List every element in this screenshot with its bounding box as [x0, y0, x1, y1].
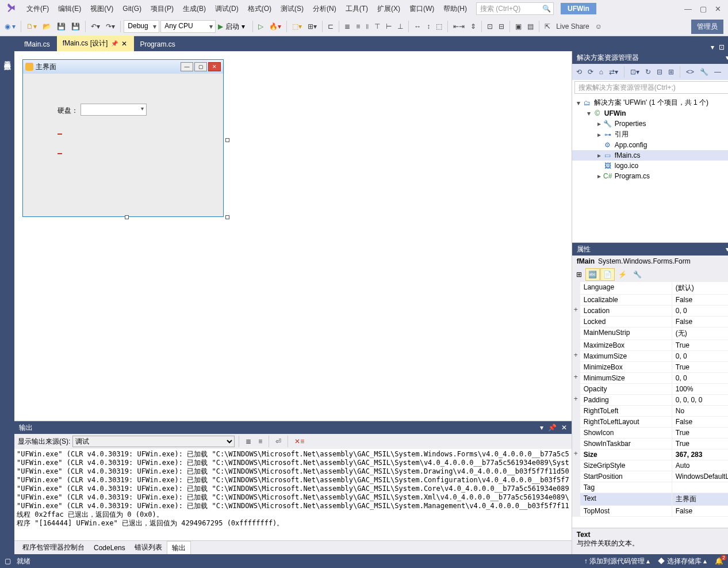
prop-row[interactable]: RightToLeftLayoutFalse	[572, 417, 728, 428]
form-label2[interactable]	[58, 153, 62, 154]
form-label1[interactable]	[58, 134, 62, 135]
sln-refresh-icon[interactable]: ↻	[643, 67, 653, 77]
menu-format[interactable]: 格式(O)	[243, 2, 276, 16]
prop-row[interactable]: Language(默认)	[572, 282, 728, 295]
prop-row[interactable]: +Location0, 0	[572, 306, 728, 317]
prop-row[interactable]: LocalizableFalse	[572, 295, 728, 306]
output-clear2-btn[interactable]: ✕≡	[292, 436, 306, 447]
prop-row[interactable]: TopMostFalse	[572, 506, 728, 517]
sln-switch-icon[interactable]: ⇄▾	[607, 67, 620, 77]
prop-row[interactable]: +MinimumSize0, 0	[572, 373, 728, 384]
sln-code-icon[interactable]: <>	[684, 67, 696, 77]
sln-back-icon[interactable]: ⟲	[574, 67, 584, 77]
save-all-btn[interactable]: 💾	[69, 21, 82, 32]
tab-close-icon[interactable]: ✕	[121, 40, 127, 48]
tb-group2[interactable]: ⊞▾	[305, 21, 319, 32]
maximize-icon[interactable]: ▢	[700, 5, 707, 13]
solution-tree[interactable]: ▾🗂解决方案 'UFWin' (1 个项目，共 1 个)▾©UFWin▸🔧Pro…	[572, 95, 728, 242]
tree-node[interactable]: 🖼logo.ico	[572, 161, 728, 171]
menu-extensions[interactable]: 扩展(X)	[373, 2, 405, 16]
prop-row[interactable]: LockedFalse	[572, 317, 728, 327]
prop-row[interactable]: MainMenuStrip(无)	[572, 327, 728, 340]
align6[interactable]: ⊥	[395, 21, 405, 32]
align2[interactable]: ≡	[354, 21, 362, 32]
bottom-tab-错误列表[interactable]: 错误列表	[130, 541, 167, 554]
menu-analyze[interactable]: 分析(N)	[308, 2, 341, 16]
prop-row[interactable]: MinimizeBoxTrue	[572, 362, 728, 373]
pin-icon[interactable]: 📌	[111, 40, 118, 47]
size3[interactable]: ⬚	[434, 21, 445, 32]
start-debug-btn[interactable]: ▶启动 ▾	[217, 21, 250, 33]
tree-node[interactable]: ▾©UFWin	[572, 108, 728, 119]
output-close-icon[interactable]: ✕	[561, 424, 567, 432]
tab-maximize-icon[interactable]: ⊡	[719, 43, 725, 51]
space1[interactable]: ⇤⇥	[451, 21, 467, 32]
prop-row[interactable]: +Size367, 283	[572, 449, 728, 460]
center2[interactable]: ⊟	[496, 21, 507, 32]
prop-row[interactable]: ShowIconTrue	[572, 428, 728, 439]
notifications-icon[interactable]: 🔔	[715, 557, 723, 565]
redo-btn[interactable]: ↷▾	[104, 21, 117, 32]
tab-overflow-icon[interactable]: ▾	[711, 43, 714, 51]
tab-fmain-cs[interactable]: fMain.cs	[18, 37, 57, 51]
sln-home-icon[interactable]: ⌂	[597, 67, 605, 77]
prop-row[interactable]: SizeGripStyleAuto	[572, 460, 728, 471]
menu-view[interactable]: 视图(V)	[86, 2, 118, 16]
bottom-tab-程序包管理器控制台[interactable]: 程序包管理器控制台	[18, 541, 89, 554]
prop-row[interactable]: +Padding0, 0, 0, 0	[572, 395, 728, 406]
tb-group1[interactable]: ⬚▾	[290, 21, 304, 32]
menu-build[interactable]: 生成(B)	[178, 2, 210, 16]
bottom-tab-输出[interactable]: 输出	[167, 541, 191, 555]
tab-fmain-design[interactable]: fMain.cs [设计]📌✕	[57, 36, 135, 51]
close-icon[interactable]: ✕	[715, 5, 721, 13]
output-source-combo[interactable]: 调试	[72, 436, 235, 447]
new-btn[interactable]: 🗋▾	[24, 21, 39, 32]
menu-help[interactable]: 帮助(H)	[439, 2, 472, 16]
output-clear-btn[interactable]: ≣	[243, 436, 254, 447]
order1[interactable]: ▣	[513, 21, 524, 32]
status-repo[interactable]: ◆ 选择存储库 ▴	[658, 556, 707, 566]
align-left[interactable]: ⊏	[325, 21, 336, 32]
order2[interactable]: ▤	[525, 21, 536, 32]
space2[interactable]: ⇕	[468, 21, 478, 32]
tree-node[interactable]: ▾🗂解决方案 'UFWin' (1 个项目，共 1 个)	[572, 97, 728, 108]
prop-row[interactable]: Tag	[572, 482, 728, 493]
align1[interactable]: ≣	[342, 21, 352, 32]
platform-combo[interactable]: Any CPU	[160, 20, 216, 33]
tab-program-cs[interactable]: Program.cs	[134, 37, 182, 51]
prop-row[interactable]: Opacity100%	[572, 384, 728, 395]
output-dropdown-icon[interactable]: ▾	[540, 424, 543, 432]
prop-row[interactable]: StartPositionWindowsDefaultLocation	[572, 471, 728, 482]
sln-preview-icon[interactable]: —	[712, 67, 723, 77]
prop-row[interactable]: RightToLeftNo	[572, 406, 728, 417]
resize-handle-corner[interactable]	[225, 215, 229, 219]
prop-row[interactable]: +MaximumSize0, 0	[572, 351, 728, 362]
menu-debug[interactable]: 调试(D)	[210, 2, 243, 16]
output-wrap-btn[interactable]: ⏎	[273, 436, 283, 447]
open-btn[interactable]: 📂	[40, 21, 53, 32]
side-toolbox-tab[interactable]: 工具箱 数据源	[0, 51, 14, 554]
menu-project[interactable]: 项目(P)	[146, 2, 178, 16]
prop-row[interactable]: MaximizeBoxTrue	[572, 340, 728, 351]
props-dropdown-icon[interactable]: ▾	[726, 245, 728, 253]
menu-file[interactable]: 文件(F)	[22, 2, 53, 16]
undo-btn[interactable]: ↶▾	[89, 21, 102, 32]
global-search[interactable]: 搜索 (Ctrl+Q) 🔍	[476, 2, 554, 15]
form-combo-disk[interactable]	[81, 104, 147, 116]
bottom-tab-CodeLens[interactable]: CodeLens	[89, 542, 130, 554]
prop-row[interactable]: ShowInTaskbarTrue	[572, 439, 728, 449]
status-scm[interactable]: ↑ 添加到源代码管理 ▴	[584, 556, 650, 566]
align4[interactable]: ⊤	[372, 21, 382, 32]
solution-search[interactable]: 搜索解决方案资源管理器(Ctrl+;) 🔍	[574, 81, 728, 94]
align5[interactable]: ⊢	[384, 21, 394, 32]
tree-node[interactable]: ▸🔧Properties	[572, 119, 728, 129]
sln-fwd-icon[interactable]: ⟳	[586, 67, 595, 77]
resize-handle-right[interactable]	[225, 138, 229, 142]
tree-node[interactable]: ▸⊶引用	[572, 129, 728, 140]
sln-col-icon[interactable]: ⊡▾	[629, 67, 641, 77]
menu-window[interactable]: 窗口(W)	[405, 2, 439, 16]
tree-node[interactable]: ▸C#Program.cs	[572, 171, 728, 181]
props-categorized-btn[interactable]: ⊞	[573, 268, 585, 281]
output-pin-icon[interactable]: 📌	[548, 424, 557, 432]
output-toggle-btn[interactable]: ≡	[256, 436, 265, 447]
